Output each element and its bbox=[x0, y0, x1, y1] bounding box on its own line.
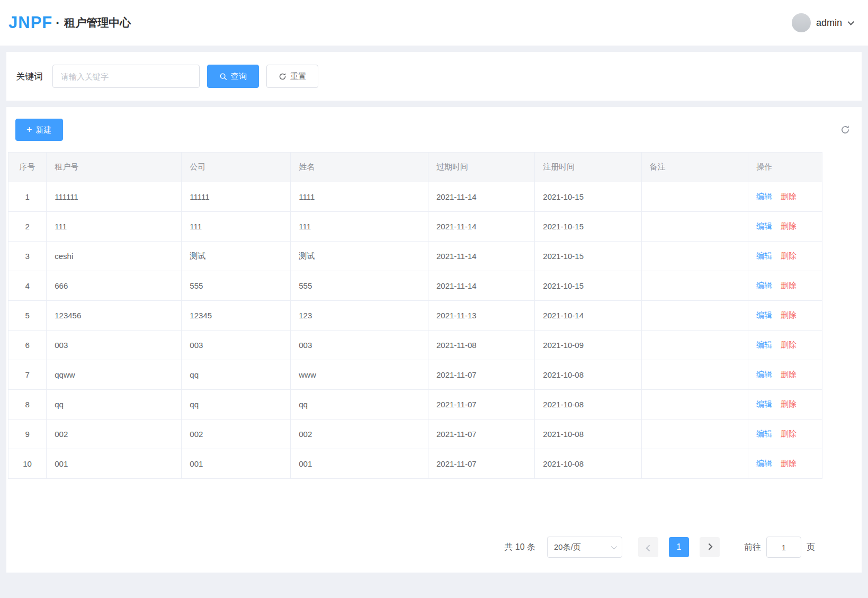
cell-tenant: qqww bbox=[47, 360, 182, 390]
page-unit-label: 页 bbox=[807, 542, 815, 553]
delete-link[interactable]: 删除 bbox=[781, 192, 797, 201]
cell-company: 11111 bbox=[182, 182, 291, 212]
edit-link[interactable]: 编辑 bbox=[756, 251, 772, 260]
delete-link[interactable]: 删除 bbox=[781, 429, 797, 438]
table-row: 3ceshi测试测试2021-11-142021-10-15编辑删除 bbox=[8, 242, 822, 271]
edit-link[interactable]: 编辑 bbox=[756, 399, 772, 408]
table-row: 7qqwwqqwww2021-11-072021-10-08编辑删除 bbox=[8, 360, 822, 390]
cell-no: 2 bbox=[8, 212, 47, 242]
delete-link[interactable]: 删除 bbox=[781, 399, 797, 408]
chevron-left-icon bbox=[646, 545, 652, 551]
delete-link[interactable]: 删除 bbox=[781, 221, 797, 230]
column-header-name: 姓名 bbox=[291, 153, 428, 182]
chevron-down-icon bbox=[611, 543, 617, 549]
cell-tenant: qq bbox=[47, 390, 182, 420]
cell-expire: 2021-11-14 bbox=[428, 182, 534, 212]
table-row: 100010010012021-11-072021-10-08编辑删除 bbox=[8, 449, 822, 479]
cell-name: 111 bbox=[291, 212, 428, 242]
cell-tenant: 111 bbox=[47, 212, 182, 242]
delete-link[interactable]: 删除 bbox=[781, 310, 797, 319]
reset-button[interactable]: 重置 bbox=[266, 65, 318, 88]
column-header-register: 注册时间 bbox=[535, 153, 641, 182]
cell-register: 2021-10-09 bbox=[535, 331, 641, 360]
cell-expire: 2021-11-07 bbox=[428, 390, 534, 420]
edit-link[interactable]: 编辑 bbox=[756, 221, 772, 230]
cell-no: 1 bbox=[8, 182, 47, 212]
main-panel: + 新建 序号 租户号 公司 姓名 过期时间 注册时间 bbox=[6, 107, 862, 573]
cell-company: 555 bbox=[182, 271, 291, 301]
cell-remark bbox=[641, 331, 748, 360]
table-row: 21111111112021-11-142021-10-15编辑删除 bbox=[8, 212, 822, 242]
keyword-input[interactable] bbox=[52, 65, 200, 88]
cell-remark bbox=[641, 420, 748, 449]
edit-link[interactable]: 编辑 bbox=[756, 459, 772, 468]
goto-page-input[interactable] bbox=[766, 537, 801, 558]
cell-tenant: 002 bbox=[47, 420, 182, 449]
cell-name: 555 bbox=[291, 271, 428, 301]
table-header-row: 序号 租户号 公司 姓名 过期时间 注册时间 备注 操作 bbox=[8, 153, 822, 182]
cell-actions: 编辑删除 bbox=[748, 360, 822, 390]
cell-register: 2021-10-08 bbox=[535, 420, 641, 449]
page-number-button[interactable]: 1 bbox=[669, 537, 689, 557]
avatar bbox=[792, 13, 811, 32]
cell-name: 002 bbox=[291, 420, 428, 449]
cell-name: 1111 bbox=[291, 182, 428, 212]
page-size-value: 20条/页 bbox=[554, 542, 581, 552]
cell-name: www bbox=[291, 360, 428, 390]
cell-tenant: 001 bbox=[47, 449, 182, 479]
pagination: 共 10 条 20条/页 1 前往 页 bbox=[504, 537, 815, 558]
search-icon bbox=[219, 73, 227, 81]
tenant-table: 序号 租户号 公司 姓名 过期时间 注册时间 备注 操作 11111111111… bbox=[8, 152, 822, 479]
next-page-button[interactable] bbox=[700, 537, 720, 557]
page-title: 租户管理中心 bbox=[64, 15, 131, 30]
edit-link[interactable]: 编辑 bbox=[756, 370, 772, 379]
edit-link[interactable]: 编辑 bbox=[756, 340, 772, 349]
cell-expire: 2021-11-14 bbox=[428, 212, 534, 242]
page-size-select[interactable]: 20条/页 bbox=[547, 537, 622, 558]
logo: JNPF bbox=[8, 13, 52, 32]
cell-company: 测试 bbox=[182, 242, 291, 271]
edit-link[interactable]: 编辑 bbox=[756, 281, 772, 290]
delete-link[interactable]: 删除 bbox=[781, 281, 797, 290]
table-row: 8qqqqqq2021-11-072021-10-08编辑删除 bbox=[8, 390, 822, 420]
cell-actions: 编辑删除 bbox=[748, 301, 822, 331]
cell-remark bbox=[641, 242, 748, 271]
refresh-table-icon[interactable] bbox=[840, 125, 850, 135]
chevron-down-icon bbox=[847, 19, 854, 25]
new-button[interactable]: + 新建 bbox=[15, 119, 63, 141]
query-button[interactable]: 查询 bbox=[207, 65, 259, 88]
column-header-company: 公司 bbox=[182, 153, 291, 182]
prev-page-button[interactable] bbox=[638, 537, 658, 557]
column-header-index: 序号 bbox=[8, 153, 47, 182]
cell-actions: 编辑删除 bbox=[748, 182, 822, 212]
new-button-label: 新建 bbox=[36, 125, 52, 135]
edit-link[interactable]: 编辑 bbox=[756, 192, 772, 201]
cell-name: qq bbox=[291, 390, 428, 420]
cell-name: 003 bbox=[291, 331, 428, 360]
cell-no: 8 bbox=[8, 390, 47, 420]
logo-separator: · bbox=[56, 15, 60, 30]
delete-link[interactable]: 删除 bbox=[781, 340, 797, 349]
cell-company: qq bbox=[182, 390, 291, 420]
cell-remark bbox=[641, 182, 748, 212]
delete-link[interactable]: 删除 bbox=[781, 251, 797, 260]
table-row: 11111111111111112021-11-142021-10-15编辑删除 bbox=[8, 182, 822, 212]
delete-link[interactable]: 删除 bbox=[781, 459, 797, 468]
table-row: 46665555552021-11-142021-10-15编辑删除 bbox=[8, 271, 822, 301]
edit-link[interactable]: 编辑 bbox=[756, 310, 772, 319]
delete-link[interactable]: 删除 bbox=[781, 370, 797, 379]
cell-actions: 编辑删除 bbox=[748, 212, 822, 242]
cell-register: 2021-10-15 bbox=[535, 242, 641, 271]
total-count: 共 10 条 bbox=[504, 542, 535, 553]
cell-register: 2021-10-15 bbox=[535, 182, 641, 212]
user-menu[interactable]: admin bbox=[792, 13, 852, 32]
chevron-right-icon bbox=[705, 543, 712, 550]
edit-link[interactable]: 编辑 bbox=[756, 429, 772, 438]
cell-tenant: 111111 bbox=[47, 182, 182, 212]
username: admin bbox=[816, 17, 842, 29]
table-row: 5123456123451232021-11-132021-10-14编辑删除 bbox=[8, 301, 822, 331]
cell-company: 111 bbox=[182, 212, 291, 242]
table-wrap: 序号 租户号 公司 姓名 过期时间 注册时间 备注 操作 11111111111… bbox=[6, 152, 862, 479]
cell-company: 12345 bbox=[182, 301, 291, 331]
cell-company: qq bbox=[182, 360, 291, 390]
